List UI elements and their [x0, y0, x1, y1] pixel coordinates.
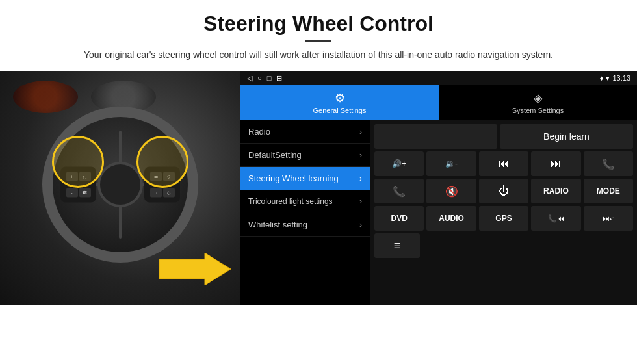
tab-general-label: General Settings [313, 107, 367, 114]
chevron-icon: › [359, 174, 362, 183]
recents-nav-icon[interactable]: □ [267, 74, 272, 82]
title-divider [306, 40, 332, 42]
power-button[interactable]: ⏻ [479, 179, 528, 203]
back-nav-icon[interactable]: ◁ [247, 74, 252, 83]
tab-general-settings[interactable]: ⚙ General Settings [240, 85, 439, 120]
skip-icon: ⏭↙ [603, 214, 614, 222]
phone-prev-button[interactable]: 📞⏮ [531, 206, 580, 231]
control-row-4: DVD AUDIO GPS 📞⏮ ⏭↙ [374, 206, 633, 231]
status-system-icons: ♦ ▾ 13:13 [600, 74, 630, 83]
volume-up-button[interactable]: 🔊+ [374, 151, 424, 176]
gps-label: GPS [495, 214, 512, 223]
location-icon: ♦ [600, 74, 604, 82]
radio-mode-button[interactable]: RADIO [531, 179, 580, 203]
begin-learn-button[interactable]: Begin learn [500, 124, 633, 149]
menu-radio-label: Radio [248, 127, 270, 136]
mode-label: MODE [597, 187, 620, 196]
next-track-button[interactable]: ⏭ [531, 151, 580, 176]
controls-panel: Begin learn 🔊+ 🔉- ⏮ ⏭ [370, 120, 637, 305]
tab-bar: ⚙ General Settings ◈ System Settings [240, 85, 637, 120]
gps-button[interactable]: GPS [479, 206, 528, 231]
skip-button[interactable]: ⏭↙ [584, 206, 633, 231]
page-subtitle: Your original car's steering wheel contr… [58, 48, 578, 62]
chevron-icon: › [359, 197, 362, 206]
tab-system-settings[interactable]: ◈ System Settings [439, 85, 637, 120]
prev-track-button[interactable]: ⏮ [479, 151, 528, 176]
radio-ui-panel: ◁ ○ □ ⊞ ♦ ▾ 13:13 ⚙ General Settings ◈ S… [240, 71, 637, 305]
power-icon: ⏻ [499, 185, 509, 197]
steering-wheel-image: + ↑↓ - ☎ ☰ ◇ ○ ◇ [0, 71, 240, 305]
menu-item-default-setting[interactable]: DefaultSetting › [240, 144, 370, 167]
menu-item-tricoloured[interactable]: Tricoloured light settings › [240, 190, 370, 213]
system-settings-icon: ◈ [534, 91, 543, 105]
arrow-icon [159, 250, 231, 289]
call-answer-button[interactable]: 📞 [374, 179, 424, 203]
call-answer-icon: 📞 [393, 185, 406, 198]
control-row-2: 🔊+ 🔉- ⏮ ⏭ 📞 [374, 151, 633, 176]
control-row-3: 📞 🔇 ⏻ RADIO MODE [374, 179, 633, 203]
dvd-label: DVD [391, 214, 408, 223]
volume-down-button[interactable]: 🔉- [426, 151, 476, 176]
menu-item-steering-wheel[interactable]: Steering Wheel learning › [240, 167, 370, 190]
control-row-5: ≡ [374, 233, 633, 258]
chevron-icon: › [359, 151, 362, 160]
radio-label: RADIO [543, 187, 569, 196]
list-button[interactable]: ≡ [374, 233, 420, 258]
dvd-button[interactable]: DVD [374, 206, 424, 231]
general-settings-icon: ⚙ [335, 91, 345, 105]
menu-steering-label: Steering Wheel learning [248, 174, 339, 183]
home-nav-icon[interactable]: ○ [257, 74, 262, 82]
empty-slot [374, 124, 497, 149]
menu-whitelist-label: Whitelist setting [248, 220, 307, 229]
grid-nav-icon[interactable]: ⊞ [276, 74, 282, 83]
svg-marker-0 [159, 253, 231, 285]
chevron-icon: › [359, 127, 362, 136]
prev-track-icon: ⏮ [499, 158, 509, 170]
highlight-circle-left [52, 136, 104, 188]
menu-default-label: DefaultSetting [248, 150, 302, 160]
tab-system-label: System Settings [512, 107, 564, 114]
mute-button[interactable]: 🔇 [426, 179, 476, 203]
clock: 13:13 [612, 74, 630, 82]
mute-icon: 🔇 [445, 185, 458, 198]
phone-button[interactable]: 📞 [584, 151, 633, 176]
highlight-circle-right [136, 136, 188, 188]
chevron-icon: › [359, 220, 362, 229]
next-track-icon: ⏭ [551, 158, 561, 170]
volume-up-icon: 🔊+ [392, 159, 406, 168]
content-row: + ↑↓ - ☎ ☰ ◇ ○ ◇ [0, 71, 637, 305]
menu-item-whitelist[interactable]: Whitelist setting › [240, 213, 370, 237]
main-area: Radio › DefaultSetting › Steering Wheel … [240, 120, 637, 305]
menu-tricoloured-label: Tricoloured light settings [248, 197, 333, 206]
mode-button[interactable]: MODE [584, 179, 633, 203]
volume-down-icon: 🔉- [445, 159, 458, 168]
signal-icon: ▾ [606, 74, 610, 83]
control-row-1: Begin learn [374, 124, 633, 149]
page-title: Steering Wheel Control [0, 0, 637, 36]
phone-prev-icon: 📞⏮ [548, 214, 564, 223]
status-nav-icons: ◁ ○ □ ⊞ [247, 74, 282, 83]
audio-label: AUDIO [439, 214, 464, 223]
settings-menu: Radio › DefaultSetting › Steering Wheel … [240, 120, 370, 305]
status-bar: ◁ ○ □ ⊞ ♦ ▾ 13:13 [240, 71, 637, 85]
list-icon: ≡ [394, 239, 401, 253]
audio-button[interactable]: AUDIO [426, 206, 476, 231]
menu-item-radio[interactable]: Radio › [240, 120, 370, 144]
phone-icon: 📞 [602, 158, 615, 170]
